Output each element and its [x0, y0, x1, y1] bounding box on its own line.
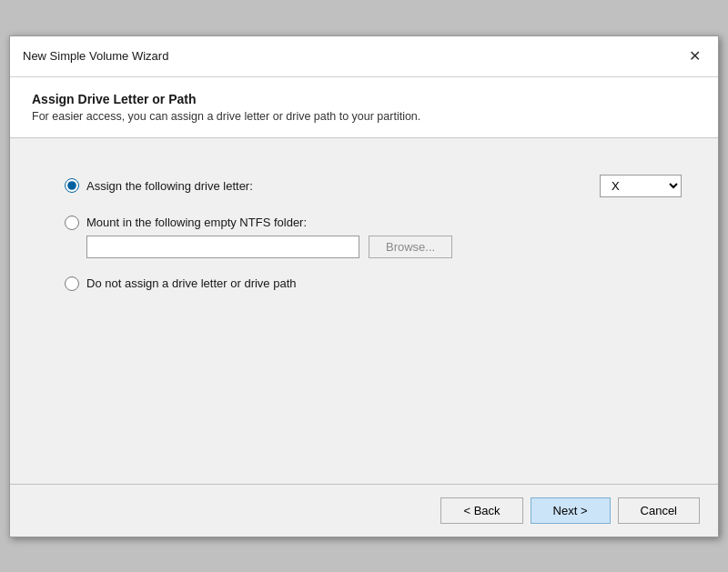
title-bar: New Simple Volume Wizard ✕ [10, 36, 718, 77]
no-assign-radio[interactable] [65, 276, 79, 291]
no-assign-row: Do not assign a drive letter or drive pa… [65, 276, 682, 291]
drive-letter-select[interactable]: X CDEF GHIJ KLMN OPQR STUV WYZ [600, 175, 682, 197]
content-area: Assign the following drive letter: X CDE… [10, 138, 718, 484]
assign-letter-label[interactable]: Assign the following drive letter: [86, 179, 253, 193]
assign-letter-row: Assign the following drive letter: X CDE… [65, 175, 682, 197]
close-button[interactable]: ✕ [683, 45, 705, 67]
next-button[interactable]: Next > [531, 497, 611, 524]
header-section: Assign Drive Letter or Path For easier a… [10, 77, 718, 138]
assign-letter-radio[interactable] [65, 178, 79, 193]
browse-button[interactable]: Browse... [369, 236, 452, 258]
mount-ntfs-label[interactable]: Mount in the following empty NTFS folder… [86, 216, 307, 229]
ntfs-input-row: Browse... [86, 236, 682, 258]
no-assign-label[interactable]: Do not assign a drive letter or drive pa… [86, 276, 297, 290]
wizard-dialog: New Simple Volume Wizard ✕ Assign Drive … [9, 35, 719, 537]
radio-group: Assign the following drive letter: X CDE… [65, 175, 682, 291]
header-subtitle: For easier access, you can assign a driv… [32, 110, 696, 123]
mount-ntfs-row: Mount in the following empty NTFS folder… [65, 216, 682, 258]
footer: < Back Next > Cancel [10, 485, 718, 537]
cancel-button[interactable]: Cancel [618, 497, 700, 524]
mount-ntfs-radio[interactable] [65, 216, 79, 230]
ntfs-path-input[interactable] [86, 236, 359, 258]
header-title: Assign Drive Letter or Path [32, 92, 696, 106]
dialog-title: New Simple Volume Wizard [23, 49, 168, 63]
back-button[interactable]: < Back [440, 497, 522, 524]
mount-ntfs-radio-row: Mount in the following empty NTFS folder… [65, 216, 682, 230]
